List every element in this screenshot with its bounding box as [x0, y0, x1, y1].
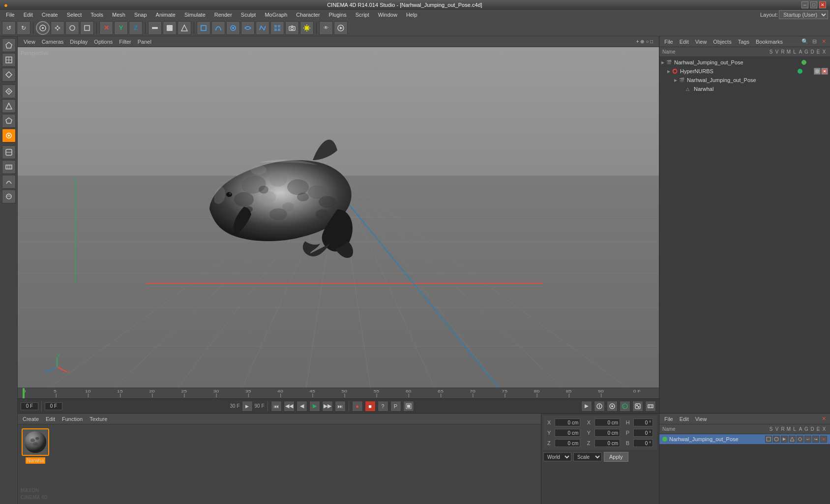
deformer-button[interactable]	[241, 21, 255, 35]
obj-menu-view[interactable]: View	[692, 38, 710, 46]
step-forward-button[interactable]: ▶▶	[322, 401, 333, 412]
timeline-ruler[interactable]: 0 5 10 15 20 25	[18, 388, 659, 398]
viewport-menu-view[interactable]: View	[21, 38, 38, 46]
obj-bottom-icon-7[interactable]: ↪	[812, 436, 819, 443]
transport-icon-5[interactable]	[632, 401, 643, 412]
menu-file[interactable]: File	[2, 11, 19, 19]
obj-bottom-icon-1[interactable]	[765, 436, 772, 443]
frame-value-input[interactable]	[45, 402, 62, 410]
subdiv-button[interactable]	[270, 21, 284, 35]
menu-mesh[interactable]: Mesh	[108, 11, 129, 19]
sidebar-shape-4[interactable]	[2, 145, 16, 159]
sidebar-mode-texture[interactable]	[2, 53, 16, 67]
scale-button[interactable]	[80, 21, 94, 35]
light-button[interactable]	[300, 21, 314, 35]
menu-plugins[interactable]: Plugins	[325, 11, 351, 19]
obj-row-2[interactable]: ▶ ⭕ HyperNURBS	[660, 67, 829, 76]
menu-mograph[interactable]: MoGraph	[261, 11, 291, 19]
material-item-narwhal[interactable]: Narwha	[22, 428, 49, 464]
viewport-3d[interactable]: Perspective	[18, 47, 659, 388]
x-axis-button[interactable]: ✕	[99, 21, 113, 35]
z-size-input[interactable]	[594, 439, 620, 447]
menu-snap[interactable]: Snap	[130, 11, 151, 19]
viewport-top-right-controls[interactable]: + ⊕ ○ □	[633, 38, 656, 45]
sidebar-mode-model[interactable]	[2, 38, 16, 52]
nurbs-button[interactable]	[211, 21, 225, 35]
y-axis-button[interactable]: Y	[114, 21, 128, 35]
sidebar-mode-edge[interactable]	[2, 68, 16, 82]
obj-menu-objects[interactable]: Objects	[710, 38, 734, 46]
menu-help[interactable]: Help	[402, 11, 421, 19]
render-active-button[interactable]	[334, 21, 348, 35]
sidebar-mode-polygon[interactable]	[2, 84, 16, 98]
viewport-menu-filter[interactable]: Filter	[116, 38, 134, 46]
transport-icon-3[interactable]	[607, 401, 618, 412]
obj-bottom-icon-5[interactable]	[797, 436, 803, 443]
h-rot-input[interactable]	[633, 419, 653, 426]
obj-menu-edit[interactable]: Edit	[677, 38, 692, 46]
maximize-button[interactable]: □	[810, 1, 817, 8]
y-size-input[interactable]	[594, 429, 620, 437]
move-button[interactable]	[51, 21, 64, 35]
record-button[interactable]	[163, 21, 177, 35]
record-button[interactable]: ●	[352, 401, 363, 412]
current-frame-input[interactable]	[21, 402, 38, 410]
menu-animate[interactable]: Animate	[152, 11, 179, 19]
obj-row-1[interactable]: ▶ 🎬 Narhwal_Jumping_out_Pose	[660, 58, 829, 67]
menu-tools[interactable]: Tools	[87, 11, 107, 19]
keyframe-button[interactable]	[148, 21, 162, 35]
material-menu-edit[interactable]: Edit	[43, 415, 58, 423]
camera-button[interactable]	[285, 21, 299, 35]
menu-edit[interactable]: Edit	[20, 11, 37, 19]
obj-bottom-icon-3[interactable]	[781, 436, 788, 443]
y-pos-input[interactable]	[555, 429, 580, 437]
z-pos-input[interactable]	[555, 439, 580, 447]
obj-menu-bookmarks[interactable]: Bookmarks	[753, 38, 786, 46]
x-size-input[interactable]	[594, 419, 620, 426]
transport-icon-1[interactable]	[581, 401, 592, 412]
sidebar-shape-5[interactable]	[2, 160, 16, 174]
obj-menu-tags[interactable]: Tags	[735, 38, 752, 46]
transport-icon-6[interactable]	[645, 401, 656, 412]
rotate-button[interactable]	[65, 21, 79, 35]
menu-character[interactable]: Character	[292, 11, 324, 19]
obj-search-icon[interactable]: 🔍	[800, 37, 809, 46]
sidebar-shape-1[interactable]	[2, 99, 16, 113]
menu-script[interactable]: Script	[352, 11, 373, 19]
fps-set-button[interactable]: ▶	[242, 401, 253, 412]
menu-simulate[interactable]: Simulate	[180, 11, 209, 19]
record-pos-button[interactable]	[178, 21, 191, 35]
loop-button[interactable]: ?	[378, 401, 388, 412]
z-axis-button[interactable]: Z	[129, 21, 143, 35]
obj-menu-file[interactable]: File	[661, 38, 676, 46]
cube-button[interactable]	[197, 21, 210, 35]
viewport-menu-options[interactable]: Options	[91, 38, 116, 46]
obj-bottom-icon-6[interactable]: ↩	[804, 436, 811, 443]
obj-layout-icon[interactable]: ⊟	[810, 37, 819, 46]
b-rot-input[interactable]	[633, 439, 653, 447]
redo-button[interactable]: ↻	[17, 21, 30, 35]
p-rot-input[interactable]	[633, 429, 653, 437]
sidebar-shape-2[interactable]	[2, 114, 16, 128]
obj-bottom-menu-view[interactable]: View	[692, 415, 710, 423]
mode-object-button[interactable]	[36, 21, 50, 35]
obj-bottom-x-icon[interactable]: ✕	[819, 415, 828, 423]
goto-start-button[interactable]: ⏮	[271, 401, 282, 412]
obj-bottom-item-row[interactable]: Narhwal_Jumping_out_Pose	[659, 434, 830, 444]
viewport-menu-display[interactable]: Display	[67, 38, 90, 46]
transport-icon-2[interactable]	[594, 401, 605, 412]
array-button[interactable]	[226, 21, 240, 35]
sidebar-shape-3[interactable]	[2, 129, 16, 142]
keyframe-mode-button[interactable]: P	[390, 401, 401, 412]
goto-end-button[interactable]: ⏭	[335, 401, 346, 412]
obj-bottom-icon-2[interactable]	[773, 436, 780, 443]
obj-bottom-icon-4[interactable]	[789, 436, 796, 443]
viewport-menu-cameras[interactable]: Cameras	[39, 38, 67, 46]
step-back-button[interactable]: ◀◀	[284, 401, 295, 412]
menu-render[interactable]: Render	[210, 11, 236, 19]
transport-icon-4[interactable]: P	[620, 401, 630, 412]
coord-space-dropdown[interactable]: World Object	[543, 452, 571, 461]
minimize-button[interactable]: ─	[801, 1, 808, 8]
obj-x-icon[interactable]: ✕	[819, 37, 828, 46]
sidebar-deform-1[interactable]	[2, 175, 16, 189]
